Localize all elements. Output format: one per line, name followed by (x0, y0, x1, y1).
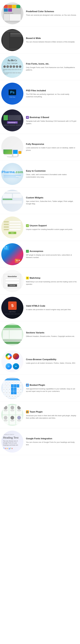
feature-image-browser: ◎ e (1, 350, 23, 372)
feature-item-free-fonts: Aa Bb Cc Font Awesome ♡★✉⚙☰🔍 alphabet ma… (0, 54, 80, 80)
feature-title-sections: Sections Variants (26, 332, 44, 334)
features-list: Theme Color Schen... Predefined Color Sc… (0, 0, 80, 455)
feature-image-boxed-wide (1, 29, 23, 51)
team-icon: 👥 (26, 410, 29, 413)
feature-content-accesspress: ✓AccesspressWP plugin to display your so… (26, 250, 77, 259)
feature-content-mailchimp: ✉MailchimpMailChimp is an email marketin… (26, 276, 77, 286)
feature-item-sections: Sections VariantsDifferent Headers, Brea… (0, 321, 80, 348)
feature-desc-unyson: Unyson support for creating beautiful cu… (26, 228, 77, 231)
feature-content-widgets: Custom WidgetsAjax contact form, Subscri… (26, 196, 77, 205)
feature-desc-google-fonts: You can choose one of Google Fonts for y… (26, 441, 77, 446)
feature-title-unyson: Unyson Support (30, 224, 47, 227)
feature-image-booked: 1234567891011121314151617181920212223242… (1, 377, 23, 399)
feature-content-free-fonts: Free Fonts, Icons, etc.Only Google Fonts… (26, 62, 77, 71)
feature-title-wrap-bootstrap: BBootstrap 3 Based (26, 116, 77, 119)
feature-title-wrap-boxed-wide: Boxed & Wide (26, 37, 77, 40)
booked-icon: 📅 (26, 384, 29, 386)
feature-title-wrap-responsive: Fully Responsive (26, 143, 77, 146)
feature-content-browser: Cross-Browser CompatibilityLooks good on… (26, 358, 77, 364)
feature-desc-html5: It makes site promotion in search engine… (26, 308, 77, 311)
feature-title-wrap-unyson: UUnyson Support (26, 224, 77, 227)
feature-item-unyson: Save UUnyson SupportUnyson support for c… (0, 214, 80, 241)
feature-image-google-fonts: Google Fonts Heading Text You can choose… (1, 431, 23, 452)
feature-content-customize: Easy to CustomizeClean, valid, well comm… (26, 170, 77, 178)
feature-title-wrap-widgets: Custom Widgets (26, 196, 77, 199)
feature-item-responsive: Fully ResponsiveLooks awesome no matter … (0, 134, 80, 160)
feature-image-responsive (1, 136, 23, 158)
feature-title-google-fonts: Google Fonts Integration (26, 437, 52, 440)
feature-content-bootstrap: BBootstrap 3 BasedTemplate built with Tw… (26, 116, 77, 125)
feature-title-wrap-google-fonts: Google Fonts Integration (26, 437, 77, 440)
feature-image-mailchimp: Newsletter Subscribe (1, 270, 23, 292)
feature-title-wrap-accesspress: ✓Accesspress (26, 250, 77, 253)
feature-title-psd-files: PSD Files included (26, 89, 46, 92)
feature-title-free-fonts: Free Fonts, Icons, etc. (26, 62, 49, 65)
feature-title-team: Team Plugin (30, 410, 43, 413)
feature-title-wrap-color-schemes: Predefined Color Schemes (26, 10, 77, 13)
feature-title-color-schemes: Predefined Color Schemes (26, 10, 54, 13)
feature-image-color-schemes: Theme Color Schen... (1, 2, 23, 24)
feature-desc-bootstrap: Template built with Twitter Bootstrap CS… (26, 120, 77, 125)
feature-title-accesspress: Accesspress (30, 250, 43, 252)
feature-content-psd-files: PSD Files includedThe PSD files are perf… (26, 89, 77, 98)
feature-title-wrap-html5: Valid HTML5 Code (26, 305, 77, 307)
feature-item-bootstrap: Bootstrap 3 BBootstrap 3 BasedTemplate b… (0, 107, 80, 134)
feature-title-customize: Easy to Customize (26, 170, 46, 172)
feature-title-responsive: Fully Responsive (26, 143, 44, 146)
feature-content-booked: 📅Booked PluginAdd appointment booking ca… (26, 384, 77, 392)
feature-image-fonts: Aa Bb Cc Font Awesome ♡★✉⚙☰🔍 alphabet ma… (1, 56, 23, 78)
feature-image-team (1, 404, 23, 426)
feature-content-sections: Sections VariantsDifferent Headers, Brea… (26, 332, 77, 338)
bootstrap-icon: B (26, 116, 29, 119)
feature-item-color-schemes: Theme Color Schen... Predefined Color Sc… (0, 0, 80, 27)
feature-title-widgets: Custom Widgets (26, 196, 43, 199)
mailchimp-icon: ✉ (26, 276, 29, 280)
feature-image-widgets: Search... (1, 190, 23, 212)
feature-content-responsive: Fully ResponsiveLooks awesome no matter … (26, 143, 77, 152)
feature-title-browser: Cross-Browser Compatibility (26, 358, 56, 361)
feature-content-boxed-wide: Boxed & WideYou can choose between Boxed… (26, 37, 77, 43)
feature-desc-sections: Different Headers, Breadcrumbs, Footers,… (26, 335, 77, 338)
feature-title-wrap-free-fonts: Free Fonts, Icons, etc. (26, 62, 77, 65)
feature-image-bootstrap: Bootstrap 3 (1, 110, 23, 132)
feature-title-html5: Valid HTML5 Code (26, 305, 45, 307)
feature-content-unyson: UUnyson SupportUnyson support for creati… (26, 224, 77, 231)
feature-item-boxed-wide: Boxed & WideYou can choose between Boxed… (0, 27, 80, 54)
feature-desc-boxed-wide: You can choose between Boxed & Wide vers… (26, 40, 77, 43)
feature-image-sections (1, 324, 23, 346)
feature-title-wrap-sections: Sections Variants (26, 332, 77, 334)
feature-item-mailchimp: Newsletter Subscribe ✉MailchimpMailChimp… (0, 268, 80, 294)
feature-image-unyson: Save (1, 216, 23, 238)
feature-item-psd-files: Ps PSD Files PSD Files includedThe PSD f… (0, 80, 80, 107)
feature-item-html5: 5 Valid HTML5 Valid HTML5 CodeIt makes s… (0, 294, 80, 321)
feature-item-google-fonts: Google Fonts Heading Text You can choose… (0, 428, 80, 455)
feature-title-wrap-team: 👥Team Plugin (26, 410, 77, 413)
feature-desc-responsive: Looks awesome no matter if your visitors… (26, 146, 77, 152)
feature-item-customize: Pharma.com Easy to CustomizeClean, valid… (0, 160, 80, 188)
feature-desc-browser: Looks good on all modern browsers. Firef… (26, 362, 77, 364)
feature-desc-booked: Add appointment booking capabilities to … (26, 388, 77, 392)
feature-item-team: 👥Team PluginShowcase your team in their … (0, 402, 80, 428)
feature-item-accesspress: 3.7k Twitter 53.4k Followers ✓Accesspres… (0, 241, 80, 268)
feature-title-booked: Booked Plugin (30, 384, 45, 386)
feature-desc-team: Showcase your team in their best with th… (26, 414, 77, 420)
feature-content-google-fonts: Google Fonts IntegrationYou can choose o… (26, 437, 77, 446)
feature-image-html5: 5 Valid HTML5 (1, 297, 23, 319)
feature-title-bootstrap: Bootstrap 3 Based (30, 116, 49, 119)
feature-item-widgets: Search... Custom WidgetsAjax contact for… (0, 188, 80, 214)
feature-desc-color-schemes: There are several pre-designed color sch… (26, 14, 77, 16)
feature-content-team: 👥Team PluginShowcase your team in their … (26, 410, 77, 420)
feature-desc-mailchimp: MailChimp is an email marketing service … (26, 280, 77, 286)
feature-content-color-schemes: Predefined Color SchemesThere are severa… (26, 10, 77, 16)
feature-title-wrap-mailchimp: ✉Mailchimp (26, 276, 77, 280)
feature-title-wrap-psd-files: PSD Files included (26, 89, 77, 92)
accesspress-icon: ✓ (26, 250, 29, 253)
feature-title-wrap-booked: 📅Booked Plugin (26, 384, 77, 386)
feature-title-wrap-customize: Easy to Customize (26, 170, 77, 172)
feature-item-booked: 1234567891011121314151617181920212223242… (0, 375, 80, 402)
unyson-icon: U (26, 224, 29, 227)
feature-desc-accesspress: WP plugin to display your social account… (26, 254, 77, 259)
feature-title-wrap-browser: Cross-Browser Compatibility (26, 358, 77, 361)
feature-content-html5: Valid HTML5 CodeIt makes site promotion … (26, 305, 77, 311)
feature-desc-customize: Clean, valid, well commented & formatted… (26, 173, 77, 178)
